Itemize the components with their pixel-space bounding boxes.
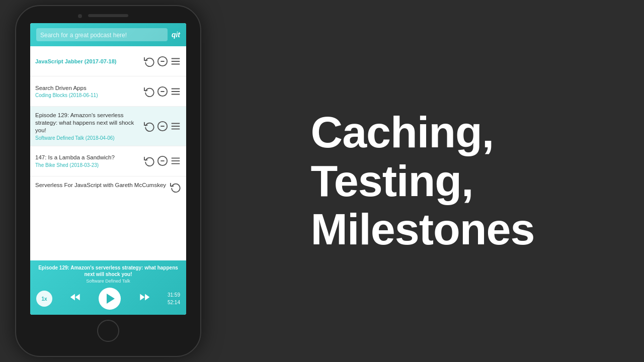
player-episode-title: Episode 129: Amazon's serverless strateg… (36, 264, 180, 278)
phone-screen: Search for a great podcast here! qit Jav… (30, 23, 186, 315)
phone-home-button[interactable] (97, 320, 119, 342)
search-input-wrapper[interactable]: Search for a great podcast here! (36, 28, 168, 41)
podcast-source: Software Defined Talk (2018-04-06) (35, 135, 141, 141)
search-placeholder: Search for a great podcast here! (40, 32, 127, 39)
podcast-actions (144, 121, 181, 132)
podcast-item-text: JavaScript Jabber (2017-07-18) (35, 58, 141, 64)
podcast-actions (144, 86, 181, 97)
search-bar: Search for a great podcast here! qit (30, 23, 186, 46)
forward-button[interactable] (138, 291, 151, 307)
podcast-title: Serverless For JavaScript with Gareth Mc… (35, 182, 167, 189)
podcast-actions (144, 56, 181, 67)
play-icon (107, 294, 115, 304)
podcast-actions (144, 155, 181, 166)
podcast-item-text: 147: Is a Lambda a Sandwich? The Bike Sh… (35, 154, 141, 168)
player-time: 31:59 52:14 (168, 291, 180, 306)
podcast-title: Episode 129: Amazon's serverless strateg… (35, 112, 141, 134)
hero-line3: Milestones (311, 205, 535, 254)
replay-icon[interactable] (144, 56, 155, 67)
podcast-actions (170, 182, 181, 193)
minus-icon[interactable] (157, 86, 168, 97)
player-speed-button[interactable]: 1x (36, 291, 52, 307)
list-item[interactable]: 147: Is a Lambda a Sandwich? The Bike Sh… (30, 146, 186, 176)
podcast-list: JavaScript Jabber (2017-07-18) (30, 46, 186, 260)
current-time: 31:59 (168, 291, 180, 299)
lines-icon[interactable] (170, 155, 181, 166)
replay-icon[interactable] (144, 121, 155, 132)
podcast-item-text: Episode 129: Amazon's serverless strateg… (35, 112, 141, 141)
player-bar: Episode 129: Amazon's serverless strateg… (30, 260, 186, 315)
rewind-button[interactable] (69, 291, 82, 307)
list-item[interactable]: JavaScript Jabber (2017-07-18) (30, 46, 186, 76)
play-button[interactable] (99, 288, 121, 310)
phone-speaker (88, 14, 128, 17)
podcast-title: Search Driven Apps (35, 84, 141, 92)
minus-icon[interactable] (157, 155, 168, 166)
podcast-source: JavaScript Jabber (2017-07-18) (35, 58, 141, 64)
phone-device: Search for a great podcast here! qit Jav… (15, 5, 201, 357)
total-time: 52:14 (168, 299, 180, 306)
hero-line1: Caching, (311, 108, 535, 157)
replay-icon[interactable] (144, 86, 155, 97)
podcast-source: Coding Blocks (2018-06-11) (35, 93, 141, 98)
player-controls: 1x 31:59 52:14 (36, 288, 180, 310)
podcast-item-text: Search Driven Apps Coding Blocks (2018-0… (35, 84, 141, 99)
hero-text: Caching, Testing, Milestones (311, 108, 535, 254)
player-show-name: Software Defined Talk (36, 279, 180, 284)
search-brand: qit (172, 31, 180, 39)
lines-icon[interactable] (170, 86, 181, 97)
replay-icon[interactable] (170, 182, 181, 193)
lines-icon[interactable] (170, 121, 181, 132)
phone-camera (78, 14, 82, 18)
hero-content: Caching, Testing, Milestones (201, 88, 644, 274)
podcast-source: The Bike Shed (2018-03-23) (35, 162, 141, 168)
replay-icon[interactable] (144, 155, 155, 166)
list-item[interactable]: Search Driven Apps Coding Blocks (2018-0… (30, 76, 186, 107)
lines-icon[interactable] (170, 56, 181, 67)
podcast-title: 147: Is a Lambda a Sandwich? (35, 154, 141, 161)
minus-icon[interactable] (157, 121, 168, 132)
list-item-partial[interactable]: Serverless For JavaScript with Gareth Mc… (30, 176, 186, 198)
podcast-item-text: Serverless For JavaScript with Gareth Mc… (35, 182, 167, 190)
list-item[interactable]: Episode 129: Amazon's serverless strateg… (30, 107, 186, 146)
hero-line2: Testing, (311, 157, 535, 206)
minus-icon[interactable] (157, 56, 168, 67)
